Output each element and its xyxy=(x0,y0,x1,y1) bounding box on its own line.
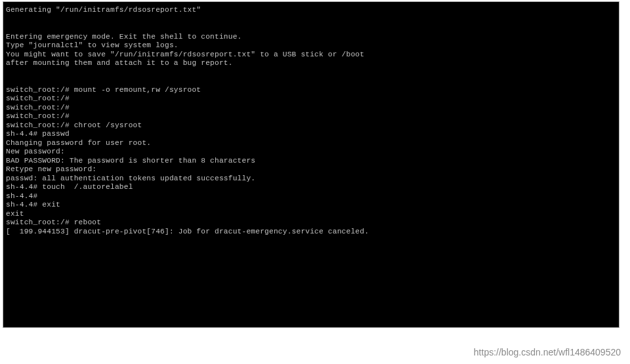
terminal-line: sh-4.4# exit xyxy=(6,201,616,210)
terminal-blank-line xyxy=(6,15,616,24)
terminal-blank-line xyxy=(6,68,616,77)
terminal-line: sh-4.4# xyxy=(6,192,616,201)
terminal-line: sh-4.4# passwd xyxy=(6,130,616,139)
terminal-blank-line xyxy=(6,77,616,86)
terminal-line: switch_root:/# xyxy=(6,104,616,113)
terminal-line: switch_root:/# xyxy=(6,94,616,104)
terminal-line: New password: xyxy=(6,148,616,157)
terminal-line: switch_root:/# xyxy=(6,112,616,121)
terminal-line: switch_root:/# chroot /sysroot xyxy=(6,121,616,131)
terminal-line: BAD PASSWORD: The password is shorter th… xyxy=(6,157,616,166)
terminal-line: after mounting them and attach it to a b… xyxy=(6,59,616,68)
watermark-text: https://blog.csdn.net/wfl1486409520 xyxy=(474,347,621,357)
terminal-line: Generating "/run/initramfs/rdsosreport.t… xyxy=(6,6,616,15)
terminal-line: exit xyxy=(6,210,616,219)
terminal-line: [ 199.944153] dracut-pre-pivot[746]: Job… xyxy=(6,228,616,237)
terminal-output: Generating "/run/initramfs/rdsosreport.t… xyxy=(6,6,616,236)
terminal-line: sh-4.4# touch /.autorelabel xyxy=(6,183,616,192)
terminal-line: switch_root:/# mount -o remount,rw /sysr… xyxy=(6,86,616,95)
terminal-blank-line xyxy=(6,24,616,33)
terminal-line: passwd: all authentication tokens update… xyxy=(6,174,616,184)
terminal-window[interactable]: Generating "/run/initramfs/rdsosreport.t… xyxy=(3,1,620,328)
terminal-line: Changing password for user root. xyxy=(6,139,616,148)
terminal-line: Type "journalctl" to view system logs. xyxy=(6,41,616,51)
terminal-line: switch_root:/# reboot xyxy=(6,218,616,228)
terminal-line: Entering emergency mode. Exit the shell … xyxy=(6,33,616,42)
terminal-line: You might want to save "/run/initramfs/r… xyxy=(6,51,616,60)
terminal-line: Retype new password: xyxy=(6,165,616,174)
